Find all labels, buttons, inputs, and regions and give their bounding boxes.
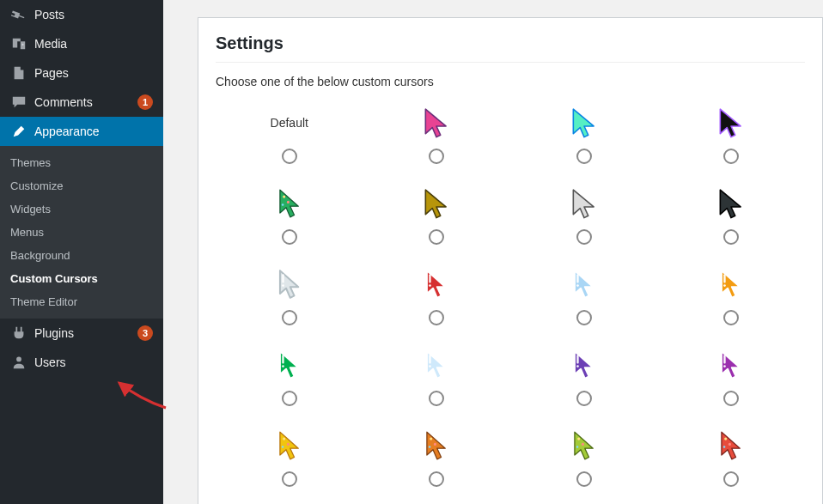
cursor-radio[interactable]: [429, 471, 444, 487]
sidebar-item-label: Posts: [34, 8, 153, 21]
content-area: Settings Choose one of the below custom …: [163, 0, 823, 504]
cursor-icon: [715, 268, 747, 301]
cursor-option-flat-green: [216, 346, 363, 423]
cursor-radio[interactable]: [576, 391, 592, 406]
svg-point-16: [429, 365, 431, 367]
sidebar-item-label: Appearance: [34, 124, 153, 138]
cursor-preview: [420, 185, 453, 222]
cursor-preview: [715, 185, 747, 222]
appearance-submenu: Themes Customize Widgets Menus Backgroun…: [0, 146, 163, 319]
cursor-option-xmas-tree: [216, 185, 363, 262]
cursor-option-food-4: [658, 427, 806, 504]
cursor-radio[interactable]: [723, 310, 739, 325]
cursor-icon: [273, 349, 306, 381]
cursor-option-gradient-pink: [363, 104, 511, 181]
cursor-icon: [715, 106, 747, 139]
cursor-icon: [568, 187, 600, 220]
submenu-custom-cursors[interactable]: Custom Cursors: [0, 267, 163, 290]
cursor-icon: [568, 268, 600, 301]
svg-point-2: [283, 196, 285, 198]
svg-rect-13: [282, 355, 283, 363]
svg-rect-11: [724, 274, 726, 282]
cursor-icon: [420, 429, 453, 462]
sidebar-item-users[interactable]: Users: [0, 348, 163, 377]
submenu-customize[interactable]: Customize: [0, 174, 163, 197]
cursor-preview: [568, 104, 600, 142]
svg-point-4: [282, 203, 284, 206]
comments-icon: [10, 94, 27, 111]
cursor-preview: Default: [271, 104, 308, 142]
cursor-icon: [420, 187, 453, 220]
cursor-radio[interactable]: [576, 149, 592, 164]
cursor-radio[interactable]: [429, 310, 444, 325]
cursor-radio[interactable]: [282, 229, 297, 245]
cursor-option-rainbow-dots: [510, 185, 658, 262]
sidebar-item-label: Pages: [34, 66, 153, 80]
svg-point-18: [576, 365, 579, 367]
sidebar-item-media[interactable]: Media: [0, 29, 163, 58]
svg-rect-17: [576, 355, 578, 363]
plugins-badge: 3: [137, 325, 153, 341]
sidebar-item-plugins[interactable]: Plugins 3: [0, 319, 163, 348]
cursor-option-flat-magenta: [658, 346, 806, 423]
svg-rect-5: [282, 274, 283, 282]
cursor-radio[interactable]: [282, 149, 297, 164]
cursor-radio[interactable]: [576, 229, 592, 245]
cursor-option-food-1: [216, 427, 363, 504]
cursor-option-default: Default: [216, 104, 363, 181]
svg-point-30: [724, 438, 727, 440]
cursor-radio[interactable]: [576, 310, 592, 325]
cursor-radio[interactable]: [282, 310, 297, 325]
cursor-radio[interactable]: [576, 471, 592, 487]
submenu-widgets[interactable]: Widgets: [0, 197, 163, 221]
submenu-menus[interactable]: Menus: [0, 221, 163, 244]
cursor-preview: [420, 265, 453, 303]
svg-point-25: [434, 443, 436, 446]
svg-rect-19: [724, 355, 726, 363]
submenu-themes[interactable]: Themes: [0, 151, 163, 174]
cursor-option-gradient-cyan: [510, 104, 658, 181]
submenu-theme-editor[interactable]: Theme Editor: [0, 290, 163, 313]
cursor-option-black-shadow: [658, 185, 806, 262]
cursor-radio[interactable]: [723, 391, 739, 406]
sidebar-item-appearance[interactable]: Appearance: [0, 117, 163, 146]
svg-point-22: [287, 443, 290, 446]
users-icon: [10, 354, 27, 371]
svg-rect-15: [430, 355, 431, 363]
cursor-radio[interactable]: [723, 229, 739, 245]
cursor-preview: [420, 104, 453, 142]
cursor-radio[interactable]: [282, 391, 297, 406]
cursor-radio[interactable]: [723, 471, 739, 487]
svg-point-21: [283, 438, 285, 440]
cursor-option-food-2: [363, 427, 511, 504]
comments-badge: 1: [137, 94, 153, 110]
cursor-icon: [273, 429, 306, 462]
cursor-icon: [420, 349, 453, 381]
cursor-radio[interactable]: [429, 391, 444, 406]
svg-point-14: [282, 365, 284, 367]
cursor-radio[interactable]: [723, 149, 739, 164]
cursor-icon: [420, 268, 453, 301]
cursor-option-flat-purple: [510, 346, 658, 423]
cursor-option-gradient-purple: [658, 104, 806, 181]
cursor-icon: [568, 429, 600, 462]
cursor-radio[interactable]: [429, 229, 444, 245]
appearance-icon: [10, 123, 27, 140]
cursor-option-flat-lightblue: [510, 265, 658, 343]
sidebar-item-pages[interactable]: Pages: [0, 58, 163, 88]
cursor-preview: [568, 265, 600, 303]
cursor-option-flat-skyblue: [363, 346, 511, 423]
cursor-preview: [715, 346, 747, 384]
cursor-preview: [273, 185, 306, 222]
sidebar-item-posts[interactable]: Posts: [0, 0, 163, 29]
cursor-option-flat-red: [363, 265, 511, 343]
cursor-radio[interactable]: [282, 471, 297, 487]
svg-point-32: [723, 446, 726, 448]
cursor-preview: [273, 265, 306, 303]
pages-icon: [10, 64, 27, 82]
cursor-radio[interactable]: [429, 149, 444, 164]
submenu-background[interactable]: Background: [0, 244, 163, 267]
svg-rect-7: [430, 274, 431, 282]
svg-rect-9: [576, 274, 578, 282]
sidebar-item-comments[interactable]: Comments 1: [0, 88, 163, 117]
